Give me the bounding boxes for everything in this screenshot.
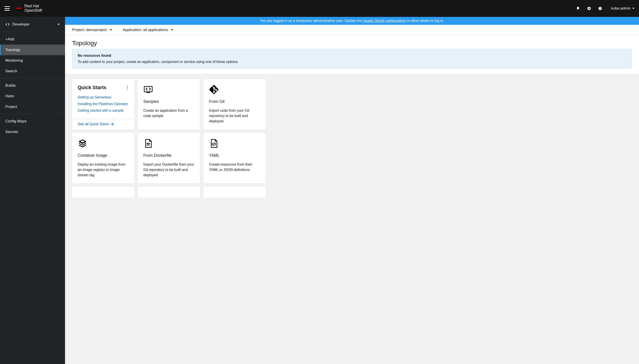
sidebar-item-secrets[interactable]: Secrets [0, 126, 65, 137]
add-card-yaml[interactable]: YAMLCreate resources from their YAML or … [203, 133, 266, 183]
brand-top: Red Hat [25, 4, 42, 8]
svg-rect-4 [144, 86, 152, 92]
card-desc: Create resources from their YAML or JSON… [209, 162, 260, 172]
quickstart-link[interactable]: Getting started with a sample [78, 107, 129, 114]
git-icon [209, 85, 260, 94]
dockerfile-icon [143, 138, 194, 148]
add-card-container-image[interactable]: Container ImageDeploy an existing image … [72, 133, 134, 183]
add-card-samples[interactable]: SamplesCreate an application from a code… [138, 79, 200, 130]
quickstarts-card: Quick Starts Setting up ServerlessInstal… [72, 79, 134, 130]
card-title: Samples [143, 99, 194, 104]
card-title: YAML [209, 153, 260, 158]
brand-logo[interactable]: Red Hat OpenShift [15, 4, 42, 13]
sidebar-item-config-maps[interactable]: Config Maps [0, 116, 65, 126]
main-content: You are logged in as a temporary adminis… [65, 17, 639, 364]
page-header: Topology [65, 35, 639, 49]
brand-bottom: OpenShift [25, 8, 42, 13]
context-toolbar: Project: demoproject Application: all ap… [65, 25, 639, 35]
empty-state-info: No resources found To add content to you… [72, 49, 632, 68]
card-title: From Dockerfile [143, 153, 194, 158]
card-desc: Deploy an existing image from an image r… [78, 162, 129, 178]
page-title: Topology [72, 40, 632, 47]
container-icon [78, 138, 129, 148]
card-desc: Import your Dockerfile from your Git rep… [143, 162, 194, 178]
card-title: From Git [209, 99, 260, 104]
add-card-partial[interactable] [138, 187, 200, 198]
caret-down-icon [632, 8, 634, 9]
sidebar-item-builds[interactable]: Builds [0, 80, 65, 91]
svg-rect-5 [146, 92, 150, 93]
kebab-menu-icon[interactable] [126, 85, 129, 90]
add-icon[interactable] [587, 6, 591, 10]
perspective-switcher[interactable]: Developer [0, 17, 65, 32]
redhat-fedora-icon [15, 6, 23, 11]
quickstart-link[interactable]: Setting up Serverless [78, 94, 129, 101]
banner-suffix: to allow others to log in. [406, 19, 444, 22]
sidebar-item-monitoring[interactable]: Monitoring [0, 55, 65, 66]
see-all-quickstarts-link[interactable]: See all Quick Starts [78, 122, 129, 126]
arrow-right-icon [111, 123, 114, 126]
caret-down-icon [171, 29, 173, 30]
banner-link[interactable]: cluster OAuth configuration [363, 19, 406, 22]
yaml-icon [209, 138, 260, 148]
card-desc: Import code from your Git repository to … [209, 108, 260, 124]
banner-prefix: You are logged in as a temporary adminis… [260, 19, 363, 22]
add-card-from-dockerfile[interactable]: From DockerfileImport your Dockerfile fr… [138, 133, 200, 183]
sidebar: Developer +AddTopologyMonitoringSearchBu… [0, 17, 65, 364]
svg-point-0 [16, 9, 21, 10]
notifications-icon[interactable] [576, 6, 580, 10]
info-title: No resources found [78, 54, 626, 58]
help-icon[interactable]: ? [598, 6, 602, 10]
add-card-from-git[interactable]: From GitImport code from your Git reposi… [203, 79, 266, 130]
add-card-partial[interactable] [72, 187, 134, 198]
sidebar-item-helm[interactable]: Helm [0, 91, 65, 102]
top-bar: Red Hat OpenShift ? kube:admin [0, 0, 639, 17]
user-menu[interactable]: kube:admin [611, 6, 634, 11]
sidebar-item-topology[interactable]: Topology [0, 44, 65, 55]
svg-text:?: ? [599, 7, 601, 10]
perspective-label: Developer [13, 22, 30, 26]
caret-down-icon [58, 24, 60, 25]
username: kube:admin [611, 6, 630, 11]
application-selector[interactable]: Application: all applications [123, 28, 173, 32]
samples-icon [143, 85, 194, 94]
project-selector[interactable]: Project: demoproject [72, 28, 112, 32]
hamburger-menu-icon[interactable] [5, 6, 10, 11]
quickstart-link[interactable]: Installing the Pipelines Operator [78, 101, 129, 107]
auth-banner: You are logged in as a temporary adminis… [65, 17, 639, 25]
quickstarts-title: Quick Starts [78, 85, 107, 90]
card-desc: Create an application from a code sample [143, 108, 194, 118]
caret-down-icon [110, 29, 112, 30]
code-icon [5, 23, 10, 26]
add-card-partial[interactable] [203, 187, 266, 198]
sidebar-item-project[interactable]: Project [0, 102, 65, 112]
sidebar-item--add[interactable]: +Add [0, 34, 65, 44]
info-text: To add content to your project, create a… [78, 60, 626, 64]
sidebar-item-search[interactable]: Search [0, 66, 65, 76]
card-title: Container Image [78, 153, 129, 158]
